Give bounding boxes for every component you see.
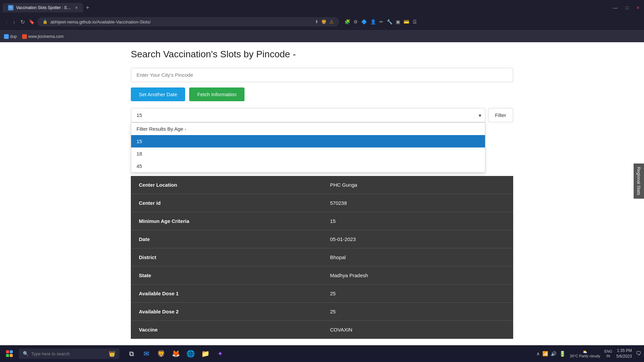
- maximize-button[interactable]: □: [624, 4, 630, 11]
- table-cell-value: 15: [322, 212, 513, 230]
- table-row: Date05-01-2023: [131, 230, 513, 248]
- table-row: Available Dose 225: [131, 303, 513, 321]
- table-row: Minimun Age Criteria15: [131, 212, 513, 230]
- active-tab[interactable]: 🛡 Vaccination Slots Spotter : Search... …: [3, 3, 83, 12]
- notification-icon[interactable]: 🗨: [636, 351, 641, 357]
- table-cell-value: 25: [322, 285, 513, 303]
- table-cell-value: 570238: [322, 194, 513, 212]
- brave-shield-icon[interactable]: 🦁: [321, 19, 327, 24]
- refresh-button[interactable]: ↻: [19, 17, 26, 26]
- close-window-button[interactable]: ×: [635, 4, 641, 11]
- table-cell-label: Available Dose 1: [131, 285, 322, 303]
- share-icon[interactable]: ⬆: [315, 19, 318, 24]
- table-cell-value: 25: [322, 303, 513, 321]
- wallet-icon[interactable]: 💳: [404, 19, 409, 24]
- language-badge[interactable]: ENGIN: [604, 349, 612, 359]
- table-cell-label: State: [131, 266, 322, 285]
- table-row: VaccineCOVAXIN: [131, 321, 513, 339]
- browser-toolbar: 🧩 ⚙ 🔷 👤 ✏ 🔧 ▣ 💳 ☰: [344, 19, 417, 24]
- brave-alert-icon[interactable]: ⚠: [329, 19, 334, 24]
- tray-up-arrow[interactable]: ∧: [536, 351, 540, 356]
- puzzle-icon[interactable]: 🔧: [387, 19, 392, 24]
- tray-wifi-icon[interactable]: 📶: [542, 351, 548, 356]
- vaccination-data-table: Center LocationPHC GungaCenter id570238M…: [131, 176, 513, 339]
- dropdown-item-default[interactable]: Filter Results By Age -: [131, 123, 485, 135]
- action-buttons: Set Another Date Fetch Information: [131, 87, 513, 101]
- bookmark-jiocinema[interactable]: www.jiocinema.com: [22, 34, 63, 39]
- set-date-button[interactable]: Set Another Date: [131, 87, 185, 101]
- taskbar-search-box[interactable]: 🔍 Type here to search 👑: [19, 349, 119, 359]
- table-cell-value: 05-01-2023: [322, 230, 513, 248]
- bookmark-dup[interactable]: dup: [4, 34, 17, 39]
- table-row: DistrictBhopal: [131, 248, 513, 266]
- menu-button[interactable]: ☰: [413, 19, 417, 24]
- taskbar: 🔍 Type here to search 👑 ⧉ ✉ 🦁 🦊 🌐 📁 ✦ ∧: [0, 345, 644, 362]
- table-cell-label: Date: [131, 230, 322, 248]
- tab-title: Vaccination Slots Spotter : Search...: [16, 5, 72, 10]
- dropdown-item-18[interactable]: 18: [131, 147, 485, 160]
- dropdown-item-15[interactable]: 15: [131, 135, 485, 147]
- filter-button[interactable]: Filter: [488, 108, 513, 122]
- forward-button[interactable]: ›: [12, 17, 17, 27]
- url-display: abhijeet-nema.github.io/Available-Vaccin…: [50, 19, 312, 24]
- tab-bar: 🛡 Vaccination Slots Spotter : Search... …: [0, 0, 644, 13]
- back-button[interactable]: ‹: [4, 17, 9, 27]
- taskbar-pinned-items: ⧉ ✉ 🦁 🦊 🌐 📁 ✦: [125, 347, 227, 360]
- pincode-input[interactable]: [131, 68, 513, 82]
- start-button[interactable]: [3, 347, 16, 360]
- weather-icon: ⛅: [583, 350, 587, 354]
- profile-icon[interactable]: 👤: [370, 19, 376, 24]
- tray-battery-icon[interactable]: 🔋: [559, 351, 566, 357]
- taskbar-edge[interactable]: 🌐: [184, 347, 197, 360]
- main-container: Search Vaccination's Slots by Pincode - …: [121, 42, 523, 345]
- dropdown-item-45[interactable]: 45: [131, 160, 485, 172]
- browser-chrome: 🛡 Vaccination Slots Spotter : Search... …: [0, 0, 644, 30]
- address-bar[interactable]: 🔒 abhijeet-nema.github.io/Available-Vacc…: [37, 17, 339, 26]
- taskbar-task-view[interactable]: ⧉: [125, 347, 138, 360]
- extensions-icon[interactable]: 🧩: [344, 19, 350, 24]
- regional-stats-button[interactable]: Regional Stats: [634, 164, 644, 199]
- tab-favicon: 🛡: [8, 5, 13, 10]
- table-cell-label: District: [131, 248, 322, 266]
- table-cell-label: Available Dose 2: [131, 303, 322, 321]
- minimize-button[interactable]: —: [611, 4, 620, 11]
- table-cell-label: Minimun Age Criteria: [131, 212, 322, 230]
- system-clock[interactable]: 1:35 PM 5/6/2023: [616, 348, 632, 359]
- age-filter-select[interactable]: Filter Results By Age -151845: [131, 108, 485, 122]
- taskbar-mail[interactable]: ✉: [140, 347, 153, 360]
- windows-logo: [6, 350, 13, 357]
- navigation-bar: ‹ › ↻ 🔖 🔒 abhijeet-nema.github.io/Availa…: [0, 13, 644, 30]
- page-content: Search Vaccination's Slots by Pincode - …: [0, 42, 644, 345]
- bookmark-bar: dup www.jiocinema.com: [0, 30, 644, 42]
- search-placeholder: Type here to search: [31, 351, 70, 356]
- taskbar-brave[interactable]: 🦁: [154, 347, 168, 360]
- taskbar-system-tray: ∧ 📶 🔊 🔋 ⛅ 26°C Partly cloudy ENGIN 1:35 …: [536, 348, 641, 359]
- clock-time: 1:35 PM: [617, 348, 632, 354]
- table-row: Available Dose 125: [131, 285, 513, 303]
- table-row: StateMadhya Pradesh: [131, 266, 513, 285]
- tab-close-button[interactable]: ×: [75, 5, 78, 10]
- brave-rewards-icon[interactable]: 🔷: [361, 19, 367, 24]
- search-icon: 🔍: [23, 351, 29, 356]
- pencil-icon[interactable]: ✏: [379, 19, 383, 24]
- fetch-button[interactable]: Fetch Information: [189, 87, 245, 101]
- table-cell-label: Center id: [131, 194, 322, 212]
- tray-volume-icon[interactable]: 🔊: [551, 351, 556, 356]
- table-cell-value: COVAXIN: [322, 321, 513, 339]
- settings-icon[interactable]: ⚙: [354, 19, 358, 24]
- filter-select-wrapper: Filter Results By Age -151845 ▾ Filter R…: [131, 108, 485, 122]
- bookmark-button[interactable]: 🔖: [29, 19, 35, 24]
- taskbar-figma[interactable]: ✦: [213, 347, 227, 360]
- weather-widget[interactable]: ⛅ 26°C Partly cloudy: [570, 350, 600, 358]
- taskbar-firefox[interactable]: 🦊: [169, 347, 182, 360]
- new-tab-button[interactable]: +: [86, 4, 90, 11]
- table-cell-value: Madhya Pradesh: [322, 266, 513, 285]
- taskbar-explorer[interactable]: 📁: [199, 347, 212, 360]
- table-cell-label: Center Location: [131, 176, 322, 194]
- clock-date: 5/6/2023: [616, 354, 632, 359]
- sidebar-icon[interactable]: ▣: [396, 19, 400, 24]
- table-cell-label: Vaccine: [131, 321, 322, 339]
- address-icons: ⬆ 🦁 ⚠: [315, 19, 334, 24]
- table-cell-value: PHC Gunga: [322, 176, 513, 194]
- cortana-icon: 👑: [109, 351, 115, 357]
